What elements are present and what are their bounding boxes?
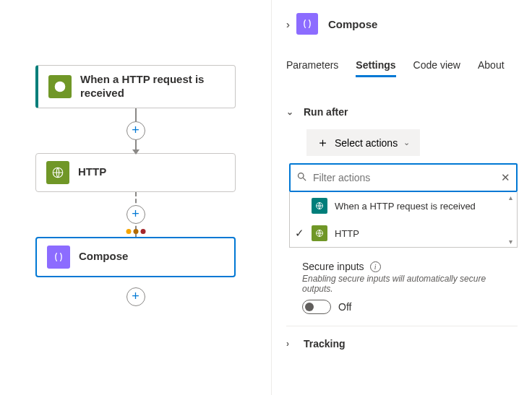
search-icon: [296, 171, 307, 184]
panel-tabs: Parameters Settings Code view About: [286, 55, 518, 77]
node-compose-selected[interactable]: Compose: [35, 237, 236, 277]
plus-icon: ＋: [317, 136, 329, 149]
select-actions-label: Select actions: [335, 137, 398, 149]
svg-point-2: [299, 173, 304, 179]
section-tracking: › Tracking: [286, 326, 518, 365]
tab-about[interactable]: About: [478, 55, 505, 77]
action-picker-list: When a HTTP request is received ✓ HTTP ▴…: [289, 192, 518, 248]
compose-icon: [296, 13, 318, 35]
secure-inputs-description: Enabling secure inputs will automaticall…: [302, 274, 518, 294]
chevron-down-icon: ⌄: [286, 107, 296, 117]
node-label: Compose: [79, 250, 128, 264]
add-action-button[interactable]: +: [126, 121, 145, 140]
action-option-http[interactable]: ✓ HTTP: [290, 220, 517, 247]
globe-icon: [312, 198, 327, 214]
clear-filter-icon[interactable]: ✕: [501, 171, 510, 184]
check-icon: ✓: [295, 227, 304, 240]
section-run-after: ⌄ Run after ＋ Select actions ⌄ ✕ When a …: [286, 95, 518, 326]
node-label: HTTP: [78, 165, 106, 179]
run-after-status-dots: [126, 229, 145, 234]
action-option-http-trigger[interactable]: When a HTTP request is received: [290, 192, 517, 220]
svg-line-3: [303, 178, 306, 181]
node-http[interactable]: HTTP: [35, 153, 236, 192]
section-header-tracking[interactable]: › Tracking: [286, 334, 518, 354]
properties-panel: ›› Compose Parameters Settings Code view…: [271, 0, 532, 395]
globe-icon: [48, 75, 72, 98]
section-header-run-after[interactable]: ⌄ Run after: [286, 102, 518, 122]
add-action-button[interactable]: +: [126, 205, 145, 224]
scroll-up-icon[interactable]: ▴: [509, 194, 512, 201]
action-option-label: HTTP: [335, 228, 359, 239]
node-http-trigger[interactable]: When a HTTP request is received: [35, 65, 236, 108]
scroll-down-icon[interactable]: ▾: [509, 238, 512, 246]
scrollbar[interactable]: ▴ ▾: [505, 194, 515, 246]
workflow-canvas: When a HTTP request is received + HTTP +…: [0, 0, 271, 395]
chevron-right-icon: ›: [286, 339, 296, 349]
info-icon[interactable]: i: [370, 261, 381, 272]
select-actions-button[interactable]: ＋ Select actions ⌄: [306, 129, 420, 156]
filter-actions-input[interactable]: [313, 172, 495, 183]
chevron-down-icon: ⌄: [403, 138, 410, 147]
compose-icon: [47, 246, 70, 269]
node-label: When a HTTP request is received: [80, 73, 225, 100]
secure-inputs-label: Secure inputs: [302, 261, 364, 272]
secure-inputs-group: Secure inputs i Enabling secure inputs w…: [302, 261, 518, 314]
secure-inputs-toggle[interactable]: [302, 300, 331, 314]
tab-parameters[interactable]: Parameters: [286, 55, 338, 77]
add-action-button[interactable]: +: [126, 287, 145, 306]
tab-code-view[interactable]: Code view: [413, 55, 460, 77]
tab-settings[interactable]: Settings: [356, 55, 395, 77]
section-title: Tracking: [304, 338, 346, 350]
action-option-label: When a HTTP request is received: [335, 201, 476, 212]
globe-icon: [312, 225, 327, 241]
filter-actions-field[interactable]: ✕: [289, 163, 518, 192]
panel-title: Compose: [328, 18, 377, 30]
secure-inputs-state: Off: [338, 301, 351, 313]
section-title: Run after: [304, 106, 348, 118]
globe-icon: [46, 161, 69, 184]
